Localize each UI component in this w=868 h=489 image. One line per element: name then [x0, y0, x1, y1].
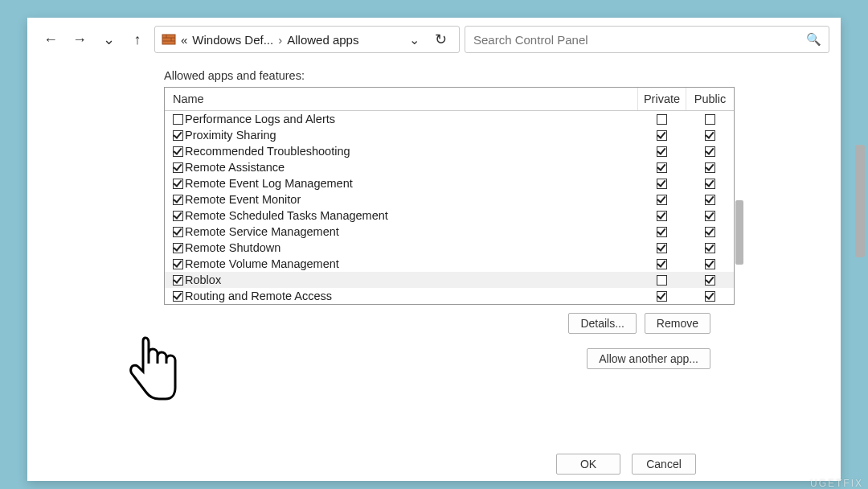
row-name-cell: Remote Service Management	[165, 224, 637, 240]
breadcrumb-prefix: «	[181, 33, 187, 47]
search-icon: 🔍	[806, 32, 821, 47]
public-checkbox[interactable]	[705, 179, 715, 189]
table-row[interactable]: Remote Event Log Management	[165, 175, 734, 191]
row-name-label: Roblox	[185, 273, 221, 286]
enable-checkbox[interactable]	[173, 259, 183, 269]
public-checkbox[interactable]	[705, 146, 715, 157]
private-checkbox[interactable]	[657, 211, 667, 221]
private-checkbox[interactable]	[657, 227, 667, 237]
search-box[interactable]: 🔍	[465, 26, 829, 53]
private-checkbox[interactable]	[657, 243, 667, 253]
row-name-label: Remote Service Management	[185, 225, 339, 238]
public-checkbox[interactable]	[705, 114, 715, 125]
private-checkbox[interactable]	[657, 162, 667, 173]
public-checkbox[interactable]	[705, 291, 715, 302]
enable-checkbox[interactable]	[173, 179, 183, 189]
table-row[interactable]: Roblox	[165, 272, 734, 288]
private-checkbox[interactable]	[657, 259, 667, 269]
recent-dropdown[interactable]: ⌄	[96, 27, 121, 51]
private-checkbox[interactable]	[657, 179, 667, 189]
public-checkbox[interactable]	[705, 227, 715, 237]
row-name-label: Performance Logs and Alerts	[185, 113, 335, 125]
enable-checkbox[interactable]	[173, 146, 183, 157]
public-checkbox[interactable]	[705, 243, 715, 253]
list-scrollbar-thumb[interactable]	[735, 200, 743, 265]
enable-checkbox[interactable]	[173, 275, 183, 286]
search-input[interactable]	[473, 33, 806, 47]
row-name-label: Proximity Sharing	[185, 129, 276, 142]
allow-another-app-button[interactable]: Allow another app...	[587, 348, 710, 369]
allowed-apps-panel: Allowed apps and features: Name Private …	[140, 63, 735, 369]
forward-button[interactable]: →	[68, 27, 92, 51]
row-name-cell: Recommended Troubleshooting	[165, 143, 637, 159]
table-row[interactable]: Remote Event Monitor	[165, 191, 734, 208]
page-scrollbar-thumb[interactable]	[855, 145, 865, 257]
private-checkbox[interactable]	[657, 146, 667, 157]
public-checkbox[interactable]	[705, 275, 715, 286]
column-private[interactable]: Private	[637, 88, 686, 110]
watermark: UGETFIX	[810, 478, 863, 489]
table-row[interactable]: Performance Logs and Alerts	[165, 111, 734, 127]
arrow-up-icon: ↑	[134, 32, 141, 47]
breadcrumb[interactable]: « Windows Def... › Allowed apps ⌄ ↻	[154, 26, 460, 53]
arrow-left-icon: ←	[43, 32, 58, 47]
table-row[interactable]: Remote Scheduled Tasks Management	[165, 208, 734, 224]
column-public[interactable]: Public	[686, 88, 734, 110]
row-name-label: Remote Shutdown	[185, 241, 280, 254]
row-name-label: Remote Assistance	[185, 161, 285, 174]
row-name-cell: Roblox	[165, 272, 637, 288]
row-name-label: Remote Event Monitor	[185, 193, 301, 206]
breadcrumb-dropdown[interactable]: ⌄	[404, 32, 424, 47]
up-button[interactable]: ↑	[125, 27, 149, 51]
row-name-cell: Remote Assistance	[165, 159, 637, 175]
row-name-cell: Proximity Sharing	[165, 127, 637, 143]
cancel-button[interactable]: Cancel	[632, 454, 696, 475]
dialog-footer: OK Cancel	[556, 454, 696, 475]
refresh-button[interactable]: ↻	[428, 31, 452, 48]
back-button[interactable]: ←	[39, 27, 63, 51]
private-checkbox[interactable]	[657, 114, 667, 125]
private-checkbox[interactable]	[657, 291, 667, 302]
enable-checkbox[interactable]	[173, 130, 183, 141]
column-name[interactable]: Name	[165, 88, 637, 110]
public-checkbox[interactable]	[705, 162, 715, 173]
enable-checkbox[interactable]	[173, 211, 183, 221]
arrow-right-icon: →	[72, 32, 87, 47]
svg-rect-0	[162, 35, 175, 44]
table-row[interactable]: Remote Assistance	[165, 159, 734, 175]
apps-list: Name Private Public Performance Logs and…	[164, 87, 735, 305]
table-row[interactable]: Proximity Sharing	[165, 127, 734, 143]
panel-title: Allowed apps and features:	[164, 69, 735, 82]
public-checkbox[interactable]	[705, 130, 715, 141]
chevron-right-icon: ›	[278, 33, 282, 47]
public-checkbox[interactable]	[705, 259, 715, 269]
row-name-cell: Remote Shutdown	[165, 240, 637, 256]
ok-button[interactable]: OK	[556, 454, 620, 475]
enable-checkbox[interactable]	[173, 227, 183, 237]
private-checkbox[interactable]	[657, 195, 667, 205]
enable-checkbox[interactable]	[173, 114, 183, 125]
breadcrumb-seg-allowed-apps[interactable]: Allowed apps	[287, 33, 358, 47]
table-row[interactable]: Remote Service Management	[165, 224, 734, 240]
private-checkbox[interactable]	[657, 275, 667, 286]
details-button[interactable]: Details...	[568, 313, 636, 334]
table-row[interactable]: Remote Volume Management	[165, 256, 734, 272]
row-name-cell: Performance Logs and Alerts	[165, 111, 637, 127]
breadcrumb-seg-windows-defender[interactable]: Windows Def...	[192, 33, 273, 47]
table-row[interactable]: Remote Shutdown	[165, 240, 734, 256]
private-checkbox[interactable]	[657, 130, 667, 141]
row-name-cell: Routing and Remote Access	[165, 288, 637, 304]
enable-checkbox[interactable]	[173, 291, 183, 302]
enable-checkbox[interactable]	[173, 243, 183, 253]
row-name-label: Remote Event Log Management	[185, 177, 353, 190]
toolbar: ← → ⌄ ↑ « Windows Def... › Allowed apps …	[27, 18, 841, 63]
table-row[interactable]: Routing and Remote Access	[165, 288, 734, 304]
public-checkbox[interactable]	[705, 211, 715, 221]
table-row[interactable]: Recommended Troubleshooting	[165, 143, 734, 159]
enable-checkbox[interactable]	[173, 162, 183, 173]
remove-button[interactable]: Remove	[645, 313, 710, 334]
enable-checkbox[interactable]	[173, 195, 183, 205]
firewall-icon	[162, 32, 176, 47]
row-name-cell: Remote Event Log Management	[165, 175, 637, 191]
public-checkbox[interactable]	[705, 195, 715, 205]
